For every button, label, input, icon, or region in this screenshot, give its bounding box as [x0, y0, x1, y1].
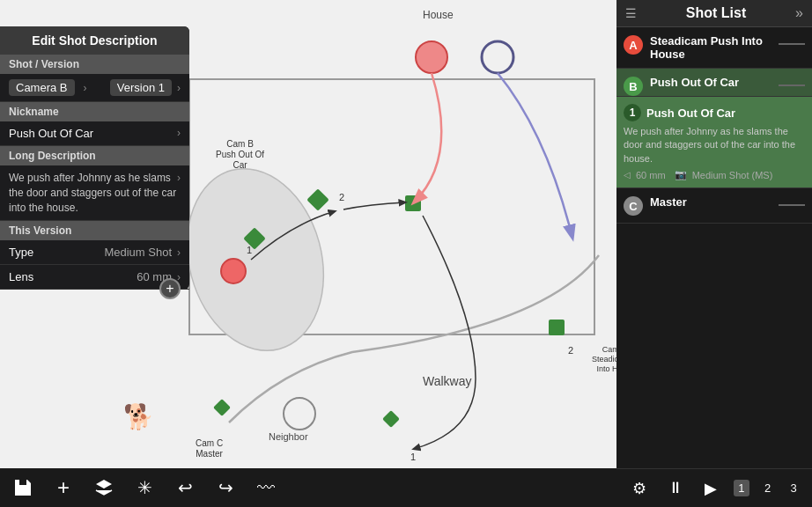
type-meta-icon: 📷	[675, 169, 687, 180]
long-desc-header: Long Description	[0, 146, 189, 165]
shot-item-b[interactable]: B Push Out Of Car	[616, 69, 812, 97]
panel-fill	[616, 224, 812, 468]
layers-button[interactable]	[90, 474, 118, 502]
edit-panel: Edit Shot Description Shot / Version Cam…	[0, 26, 189, 290]
redo-button[interactable]: ↪	[211, 474, 240, 502]
shot-item-a[interactable]: A Steadicam Push Into House	[616, 27, 812, 69]
shot-b-detail: 1 Push Out Of Car We push after Johnny a…	[616, 97, 812, 188]
type-row[interactable]: Type Medium Shot ›	[0, 240, 189, 265]
bottom-toolbar: + ✳ ↩ ↪ 〰	[0, 468, 616, 507]
this-version-header: This Version	[0, 221, 189, 240]
shot-label-a: Steadicam Push Into House	[650, 34, 779, 61]
shot-list-title: Shot List	[637, 5, 795, 21]
shot-detail-desc: We push after Johnny as he slams the doo…	[624, 125, 805, 165]
walkway-label: Walkway	[423, 374, 472, 388]
shot-detail-meta: ◁ 60 mm 📷 Medium Shot (MS)	[624, 169, 805, 180]
svg-point-11	[284, 398, 315, 430]
shot-version-header: Shot / Version	[0, 55, 189, 74]
page-3[interactable]: 3	[786, 480, 801, 496]
add-shot-button[interactable]: +	[49, 474, 78, 502]
shot-detail-title: Push Out Of Car	[646, 107, 735, 120]
svg-rect-2	[306, 188, 328, 210]
shot-label-b: Push Out Of Car	[650, 76, 779, 89]
app: 2 1 2 1 House Walkway Neighbor Cam BPush…	[0, 0, 812, 507]
edit-panel-title: Edit Shot Description	[0, 26, 189, 55]
cam-c-label: Cam CMaster	[196, 438, 223, 459]
long-description-area[interactable]: We push after Johnny as he slams the doo…	[0, 165, 189, 221]
long-description-text: We push after Johnny as he slams the doo…	[9, 172, 176, 214]
svg-text:2: 2	[339, 192, 344, 202]
house-label: House	[423, 9, 454, 21]
svg-point-10	[221, 259, 246, 283]
shot-separator-a	[779, 43, 805, 45]
pause-button[interactable]: ⏸	[663, 476, 688, 501]
type-chevron: ›	[177, 246, 181, 259]
type-meta-value: Medium Shot (MS)	[692, 170, 773, 180]
shot-separator-b	[779, 84, 805, 86]
camera-chevron: ›	[84, 82, 87, 94]
draw-button[interactable]: 〰	[252, 474, 280, 502]
save-button[interactable]	[9, 474, 37, 502]
list-icon: ☰	[625, 6, 637, 20]
dog-icon: 🐕	[123, 402, 154, 431]
svg-text:1: 1	[410, 452, 416, 462]
type-label: Type	[9, 246, 104, 259]
page-2[interactable]: 2	[760, 480, 775, 496]
shot-num-badge: 1	[624, 104, 641, 121]
shot-separator-c	[779, 204, 805, 206]
neighbor-label: Neighbor	[269, 431, 308, 442]
shot-letter-c: C	[624, 196, 643, 216]
page-1[interactable]: 1	[734, 480, 749, 496]
nickname-header: Nickname	[0, 102, 189, 121]
camera-version-row[interactable]: Camera B › Version 1 ›	[0, 74, 189, 102]
version-badge[interactable]: Version 1	[110, 79, 172, 96]
nickname-row[interactable]: Push Out Of Car ›	[0, 121, 189, 146]
nickname-value: Push Out Of Car	[9, 127, 93, 140]
svg-text:2: 2	[568, 345, 573, 356]
expand-icon[interactable]: »	[795, 5, 803, 21]
play-button[interactable]: ▶	[698, 476, 723, 501]
shot-list-header: ☰ Shot List »	[616, 0, 812, 27]
lens-meta-icon: ◁	[624, 170, 631, 180]
svg-rect-5	[549, 320, 565, 335]
main-area: 2 1 2 1 House Walkway Neighbor Cam BPush…	[0, 0, 616, 507]
svg-point-8	[416, 41, 447, 73]
undo-button[interactable]: ↩	[171, 474, 199, 502]
nickname-chevron: ›	[177, 127, 181, 139]
cam-steadicam-label: CamSteadicamInto H...	[592, 345, 616, 373]
type-value: Medium Shot	[104, 246, 172, 259]
gear-button[interactable]: ⚙	[627, 476, 652, 501]
svg-rect-6	[213, 399, 231, 416]
shot-letter-a: A	[624, 35, 643, 55]
svg-rect-7	[382, 410, 400, 428]
shot-letter-b: B	[624, 77, 643, 96]
right-toolbar: ⚙ ⏸ ▶ 1 2 3	[616, 468, 812, 507]
svg-text:1: 1	[247, 245, 252, 255]
lens-meta-value: 60 mm	[636, 170, 666, 180]
right-panel: ☰ Shot List » A Steadicam Push Into Hous…	[616, 0, 812, 507]
long-desc-chevron: ›	[177, 171, 181, 186]
version-chevron: ›	[177, 82, 181, 94]
lens-label: Lens	[9, 270, 137, 283]
asterisk-button[interactable]: ✳	[130, 474, 159, 502]
lens-row[interactable]: Lens 60 mm › +	[0, 265, 189, 290]
svg-point-9	[482, 41, 513, 73]
shot-detail-header: 1 Push Out Of Car	[624, 104, 805, 121]
camera-badge[interactable]: Camera B	[9, 79, 75, 96]
cam-b-label: Cam BPush Out OfCar	[216, 139, 264, 171]
shot-item-c[interactable]: C Master	[616, 188, 812, 224]
shot-label-c: Master	[650, 195, 779, 209]
